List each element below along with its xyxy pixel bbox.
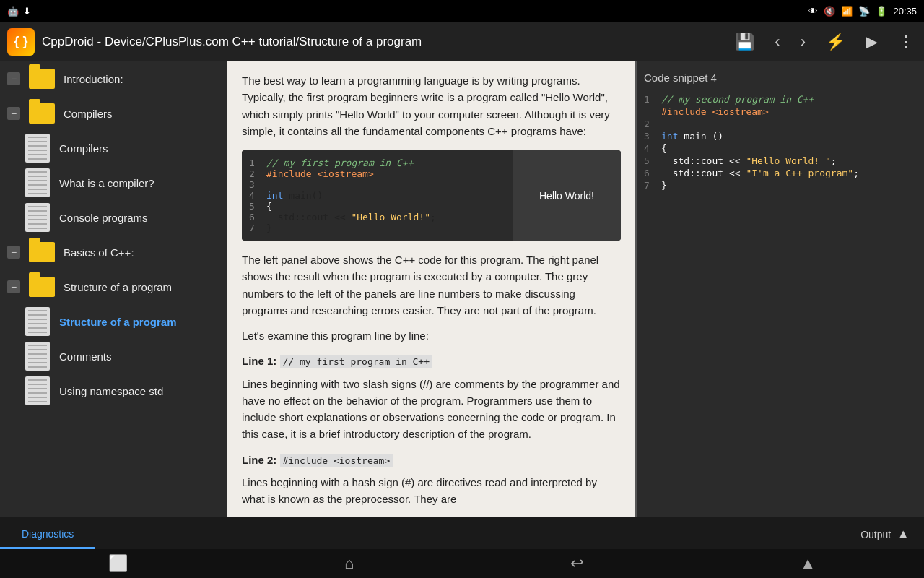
android-icon: 🤖: [7, 6, 19, 17]
code-line-6: 6 std::cout << "Hello World!";: [249, 212, 505, 223]
sidebar-label-structure-doc: Structure of a program: [59, 316, 177, 328]
code-block: 1 // my first program in C++ 2 #include …: [242, 150, 621, 241]
folder-icon-introduction: [26, 66, 58, 92]
collapse-structure[interactable]: −: [7, 280, 20, 293]
sidebar-label-what-compiler: What is a compiler?: [59, 177, 154, 189]
nav-bar: ⬜ ⌂ ↩ ▲: [0, 549, 924, 578]
line2-section: Line 2: #include <iostream>: [242, 452, 621, 468]
output-label: Output: [860, 529, 891, 540]
line2-desc: Lines beginning with a hash sign (#) are…: [242, 474, 621, 508]
time-display: 20:35: [893, 6, 917, 17]
doc-icon-namespace: [22, 378, 53, 404]
play-button[interactable]: ▶: [863, 30, 881, 54]
snippet-line-5: 5 std::cout << "Hello World! ";: [644, 155, 917, 166]
sidebar: − Introduction: − Compilers Compilers Wh…: [0, 61, 227, 517]
line1-code: // my first program in C++: [280, 355, 433, 368]
sidebar-item-compilers-doc[interactable]: Compilers: [0, 131, 227, 165]
collapse-introduction[interactable]: −: [7, 72, 20, 85]
snippet-line-2: 2: [644, 118, 917, 129]
output-expand-icon[interactable]: ▲: [897, 527, 910, 542]
mute-icon: 🔇: [824, 6, 835, 17]
folder-icon-structure: [26, 274, 58, 300]
sidebar-item-comments[interactable]: Comments: [0, 339, 227, 374]
code-line-7: 7 }: [249, 223, 505, 233]
folder-icon-basics: [26, 239, 58, 265]
examine-text: Let's examine this program line by line:: [242, 327, 621, 344]
app-logo: { }: [7, 28, 35, 56]
line2-label: Line 2:: [242, 454, 276, 466]
snippet-line-1: 1 // my second program in C++: [644, 94, 917, 105]
folder-icon-compilers: [26, 100, 58, 126]
bottom-tabs: Diagnostics Output ▲: [0, 517, 924, 549]
status-bar-right: 👁 🔇 📶 📡 🔋 20:35: [808, 6, 917, 17]
doc-icon-console: [22, 204, 53, 230]
sidebar-item-introduction[interactable]: − Introduction:: [0, 61, 227, 96]
tab-output[interactable]: Output ▲: [846, 519, 924, 549]
tab-diagnostics[interactable]: Diagnostics: [0, 521, 95, 549]
signal-icon: 📡: [858, 6, 870, 17]
sidebar-label-introduction: Introduction:: [64, 73, 123, 85]
battery-icon: 🔋: [876, 6, 887, 17]
back-button[interactable]: ‹: [772, 30, 783, 54]
sidebar-item-what-is-compiler[interactable]: What is a compiler?: [0, 165, 227, 200]
code-panel: 1 // my first program in C++ 2 #include …: [242, 150, 513, 241]
forward-button[interactable]: ›: [798, 30, 808, 54]
sidebar-label-basics: Basics of C++:: [64, 246, 134, 259]
code-line-3: 3: [249, 179, 505, 190]
home-button[interactable]: ⌂: [344, 554, 354, 573]
sidebar-item-compilers-folder[interactable]: − Compilers: [0, 96, 227, 131]
snippet-line-inc: #include <iostream>: [644, 106, 917, 117]
notification-icon: ⬇: [23, 6, 31, 17]
title-bar: { } CppDroid - Device/CPlusPlus.com C++ …: [0, 22, 924, 61]
code-line-5: 5 {: [249, 201, 505, 212]
snippet-line-7: 7 }: [644, 180, 917, 191]
sidebar-label-comments: Comments: [59, 350, 112, 363]
recents-button[interactable]: ⬜: [108, 554, 128, 573]
menu-button[interactable]: ⋮: [895, 30, 917, 54]
sidebar-label-structure-folder: Structure of a program: [64, 281, 172, 293]
doc-icon-comments: [22, 343, 53, 369]
snippet-line-3: 3 int main (): [644, 131, 917, 142]
doc-icon-what-compiler: [22, 170, 53, 196]
sidebar-item-structure-folder[interactable]: − Structure of a program: [0, 269, 227, 304]
intro-text: The best way to learn a programming lang…: [242, 72, 621, 139]
code-line-1: 1 // my first program in C++: [249, 158, 505, 168]
line1-section: Line 1: // my first program in C++: [242, 353, 621, 369]
snippet-title: Code snippet 4: [644, 69, 917, 87]
desc1-text: The left panel above shows the C++ code …: [242, 251, 621, 319]
sidebar-item-basics-folder[interactable]: − Basics of C++:: [0, 235, 227, 269]
sidebar-label-console: Console programs: [59, 212, 148, 224]
wifi-icon: 📶: [841, 6, 853, 17]
app-title: CppDroid - Device/CPlusPlus.com C++ tuto…: [42, 35, 725, 49]
doc-icon-structure: [22, 309, 53, 335]
status-bar: 🤖 ⬇ 👁 🔇 📶 📡 🔋 20:35: [0, 0, 924, 22]
code-output: Hello World!: [513, 150, 621, 241]
snippet-line-4: 4 {: [644, 143, 917, 154]
lightning-button[interactable]: ⚡: [823, 30, 848, 54]
save-button[interactable]: 💾: [732, 30, 757, 54]
sidebar-label-compilers-doc: Compilers: [59, 142, 108, 155]
sidebar-label-namespace: Using namespace std: [59, 385, 163, 397]
title-actions: 💾 ‹ › ⚡ ▶ ⋮: [732, 30, 917, 54]
line1-desc: Lines beginning with two slash signs (//…: [242, 376, 621, 443]
collapse-basics[interactable]: −: [7, 246, 20, 259]
eye-icon: 👁: [808, 6, 818, 17]
snippet-line-6: 6 std::cout << "I'm a C++ program";: [644, 168, 917, 178]
code-line-2: 2 #include <iostream>: [249, 168, 505, 179]
up-button[interactable]: ▲: [800, 554, 816, 573]
snippet-panel: Code snippet 4 1 // my second program in…: [635, 61, 924, 517]
sidebar-item-console-programs[interactable]: Console programs: [0, 200, 227, 235]
line2-code: #include <iostream>: [280, 454, 393, 467]
doc-icon-compilers: [22, 135, 53, 161]
back-nav-button[interactable]: ↩: [570, 554, 583, 573]
sidebar-item-structure-doc[interactable]: Structure of a program: [0, 304, 227, 339]
sidebar-item-namespace[interactable]: Using namespace std: [0, 374, 227, 408]
main-layout: − Introduction: − Compilers Compilers Wh…: [0, 61, 924, 517]
line1-label: Line 1:: [242, 355, 276, 367]
collapse-compilers[interactable]: −: [7, 107, 20, 120]
content-area[interactable]: The best way to learn a programming lang…: [227, 61, 635, 517]
status-bar-left: 🤖 ⬇: [7, 6, 31, 17]
code-line-4: 4 int main(): [249, 190, 505, 201]
sidebar-label-compilers-folder: Compilers: [64, 108, 113, 120]
